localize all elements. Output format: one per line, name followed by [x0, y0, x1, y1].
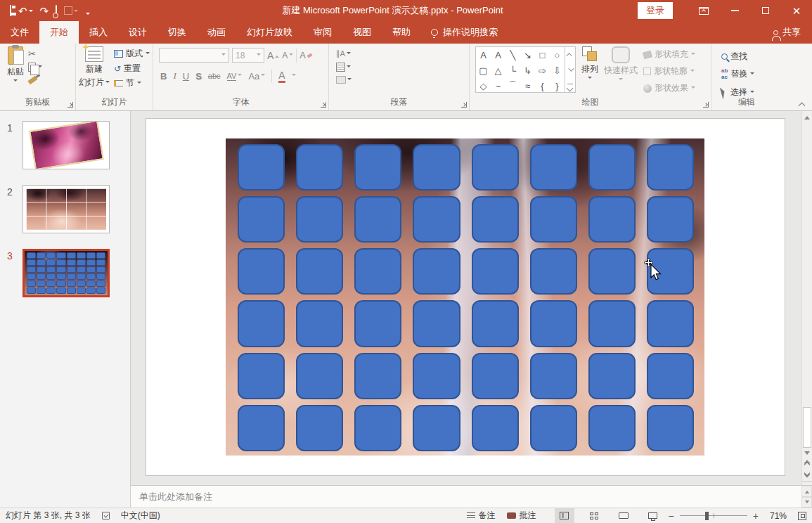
- zoom-in-icon[interactable]: +: [753, 510, 759, 522]
- shape-icon-1[interactable]: A: [491, 47, 505, 63]
- shape-icon-13[interactable]: ~: [491, 78, 505, 93]
- tab-幻灯片放映[interactable]: 幻灯片放映: [236, 21, 303, 44]
- scrollbar-thumb[interactable]: [803, 407, 811, 448]
- minimize-button[interactable]: [719, 0, 750, 21]
- shape-icon-3[interactable]: ↘: [520, 47, 535, 63]
- slide-3-thumbnail[interactable]: [22, 249, 110, 297]
- next-slide-button[interactable]: [805, 469, 809, 479]
- fit-to-window-button[interactable]: [792, 508, 812, 523]
- thumbnail-slide-2[interactable]: 2: [0, 185, 130, 233]
- slide-2-thumbnail[interactable]: [22, 185, 110, 233]
- blue-tile[interactable]: [530, 353, 577, 399]
- thumbnail-slide-1[interactable]: 1: [0, 121, 130, 169]
- notes-toggle-button[interactable]: 备注: [461, 508, 501, 523]
- tab-file[interactable]: 文件: [0, 21, 39, 44]
- slide-photo[interactable]: [226, 138, 704, 456]
- previous-slide-button[interactable]: [805, 459, 809, 469]
- shape-icon-5[interactable]: ○: [550, 47, 565, 63]
- blue-tile[interactable]: [296, 405, 343, 451]
- blue-tile[interactable]: [238, 405, 285, 451]
- blue-tile[interactable]: [472, 300, 519, 347]
- shape-icon-10[interactable]: ⇨: [535, 63, 550, 78]
- blue-tile[interactable]: [413, 144, 460, 191]
- blue-tile[interactable]: [354, 144, 401, 191]
- scroll-up-icon[interactable]: [802, 111, 812, 122]
- clipboard-dialog-launcher-icon[interactable]: [67, 102, 73, 108]
- blue-tile[interactable]: [647, 405, 694, 451]
- tab-审阅[interactable]: 审阅: [303, 21, 342, 44]
- shape-icon-16[interactable]: {: [535, 78, 550, 93]
- collapse-ribbon-icon[interactable]: [799, 103, 805, 106]
- blue-tile[interactable]: [238, 196, 285, 243]
- scrollbar-track[interactable]: [802, 122, 812, 448]
- blue-tile[interactable]: [647, 196, 694, 243]
- reset-button[interactable]: ↺重置: [114, 63, 150, 75]
- slide-position-indicator[interactable]: 幻灯片 第 3 张, 共 3 张: [0, 508, 96, 523]
- tell-me-search[interactable]: 操作说明搜索: [421, 21, 508, 44]
- notes-pane[interactable]: 单击此处添加备注: [131, 485, 812, 508]
- zoom-out-icon[interactable]: −: [669, 510, 674, 522]
- blue-tile[interactable]: [472, 248, 519, 295]
- redo-icon[interactable]: ↷: [40, 6, 49, 16]
- blue-tile[interactable]: [530, 248, 577, 295]
- blue-tile[interactable]: [354, 300, 401, 347]
- tab-动画[interactable]: 动画: [197, 21, 236, 44]
- shape-gallery-down-icon[interactable]: [565, 62, 575, 77]
- zoom-slider-thumb[interactable]: [705, 512, 709, 520]
- new-slide-button[interactable]: 新建 幻灯片: [79, 46, 110, 89]
- shape-gallery-up-icon[interactable]: [565, 47, 575, 62]
- blue-tile[interactable]: [647, 144, 694, 191]
- replace-button[interactable]: abac替换: [721, 68, 782, 81]
- undo-button[interactable]: ↶: [18, 6, 33, 16]
- section-button[interactable]: 节: [114, 77, 150, 89]
- slideshow-view-button[interactable]: [643, 508, 663, 523]
- paste-dropdown-icon[interactable]: [13, 79, 18, 84]
- start-slideshow-icon[interactable]: [56, 6, 57, 15]
- blue-tile[interactable]: [647, 353, 694, 399]
- blue-tile[interactable]: [472, 196, 519, 243]
- blue-tile[interactable]: [296, 300, 343, 347]
- shape-icon-6[interactable]: ▢: [476, 63, 491, 78]
- slide-1-thumbnail[interactable]: [22, 121, 110, 169]
- notes-scroll-down-icon[interactable]: [801, 497, 812, 508]
- paste-button[interactable]: 粘贴: [7, 46, 24, 84]
- blue-tile[interactable]: [647, 248, 694, 295]
- blue-tile[interactable]: [530, 405, 577, 451]
- blue-tile[interactable]: [354, 405, 401, 451]
- blue-tile[interactable]: [354, 196, 401, 243]
- blue-tile[interactable]: [588, 353, 636, 399]
- notes-scroll-up-icon[interactable]: [801, 486, 812, 497]
- shape-icon-15[interactable]: ≈: [520, 78, 535, 93]
- tab-帮助[interactable]: 帮助: [382, 21, 421, 44]
- shape-icon-7[interactable]: △: [491, 63, 505, 78]
- blue-tile[interactable]: [354, 248, 401, 295]
- thumbnail-slide-3[interactable]: 3: [0, 249, 130, 297]
- ribbon-display-options-button[interactable]: [688, 0, 719, 21]
- shape-icon-0[interactable]: A: [476, 47, 491, 63]
- blue-tile[interactable]: [413, 248, 460, 295]
- blue-tile[interactable]: [413, 300, 460, 347]
- tab-插入[interactable]: 插入: [79, 21, 118, 44]
- blue-tile[interactable]: [647, 300, 694, 347]
- smartart-button[interactable]: [336, 76, 352, 84]
- shape-icon-17[interactable]: }: [550, 78, 565, 93]
- blue-tile[interactable]: [588, 300, 636, 347]
- blue-tile[interactable]: [530, 196, 577, 243]
- scroll-down-icon[interactable]: [802, 448, 812, 459]
- find-button[interactable]: 查找: [721, 51, 782, 63]
- tab-开始[interactable]: 开始: [39, 21, 79, 44]
- zoom-slider[interactable]: [680, 515, 747, 516]
- tab-切换[interactable]: 切换: [157, 21, 197, 44]
- align-text-button[interactable]: [336, 63, 352, 72]
- blue-tile[interactable]: [296, 144, 343, 191]
- layout-button[interactable]: 版式: [114, 48, 150, 60]
- blue-tile[interactable]: [588, 405, 636, 451]
- undo-dropdown-icon[interactable]: [29, 10, 33, 14]
- zoom-level[interactable]: 71%: [764, 508, 792, 523]
- reading-view-button[interactable]: [614, 508, 633, 523]
- slide-canvas[interactable]: [146, 118, 785, 476]
- text-direction-button[interactable]: ∥A: [336, 49, 352, 58]
- sign-in-button[interactable]: 登录: [638, 2, 673, 19]
- shape-gallery-more-icon[interactable]: [565, 77, 575, 92]
- spellcheck-button[interactable]: [96, 508, 115, 523]
